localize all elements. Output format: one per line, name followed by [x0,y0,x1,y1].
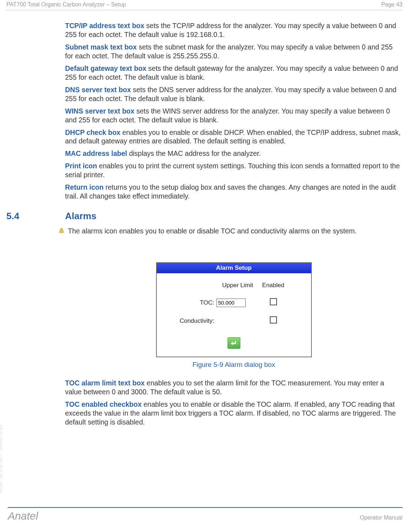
para-tcpip: TCP/IP address text box sets the TCP/IP … [65,21,402,39]
para-mac: MAC address label displays the MAC addre… [65,149,402,158]
dialog-title: Alarm Setup [157,263,311,273]
term-return: Return icon [65,183,103,191]
header-left: PAT700 Total Organic Carbon Analyzer – S… [6,1,126,8]
toc-enabled-checkbox[interactable] [270,298,277,305]
row-label-conductivity: Conductivity: [180,317,216,325]
para-return: Return icon returns you to the setup dia… [65,183,402,201]
section-intro: The alarms icon enables you to enable or… [58,227,402,237]
section-heading-row: 5.4 Alarms [6,211,402,222]
term-subnet: Subnet mask text box [65,43,137,51]
para-toc-limit: TOC alarm limit text box enables you to … [65,379,402,396]
toc-upper-limit-input[interactable] [217,299,246,307]
term-tcpip: TCP/IP address text box [65,22,144,30]
section-number: 5.4 [6,211,65,222]
col-header-upper-limit: Upper Limit [222,282,253,289]
para-dhcp: DHCP check box enables you to enable or … [65,128,402,146]
page-header: PAT700 Total Organic Carbon Analyzer – S… [6,1,402,8]
para-toc-enabled: TOC enabled checkbox enables you to enab… [65,400,402,427]
page: PAT700 Total Organic Carbon Analyzer – S… [0,0,411,532]
conductivity-enabled-checkbox[interactable] [270,316,277,323]
figure-wrap: Alarm Setup Upper Limit Enabled TOC: Con… [65,262,402,369]
row-label-toc: TOC: [200,299,216,306]
term-toc-limit: TOC alarm limit text box [65,379,145,387]
network-settings-block: TCP/IP address text box sets the TCP/IP … [65,21,402,201]
section-intro-text: The alarms icon enables you to enable or… [68,227,357,236]
header-rule [6,10,402,10]
term-print: Print icon [65,162,97,170]
footer-row: Anatel Operator Manual [8,510,402,522]
alarm-setup-dialog: Alarm Setup Upper Limit Enabled TOC: Con… [156,262,312,357]
dialog-grid: Upper Limit Enabled TOC: Conductivity: [163,282,305,325]
term-mac: MAC address label [65,149,127,157]
footer-doc-type: Operator Manual [360,515,402,521]
dialog-body: Upper Limit Enabled TOC: Conductivity: [157,273,311,357]
dialog-return-row [163,337,305,349]
footer-brand: Anatel [8,510,38,522]
para-subnet: Subnet mask text box sets the subnet mas… [65,43,402,60]
para-dns: DNS server text box sets the DNS server … [65,85,402,103]
term-wins: WINS server text box [65,107,134,115]
term-dhcp: DHCP check box [65,128,121,136]
term-toc-enabled: TOC enabled checkbox [65,400,142,408]
side-revision-text: WGM - 26 July 2007 - Edition 01-b4 [0,425,3,493]
section-title: Alarms [65,211,96,222]
footer-rule [8,507,402,508]
figure-caption: Figure 5-9 Alarm dialog box [65,361,402,369]
bell-icon [58,227,65,237]
header-right: Page 43 [381,1,402,8]
para-gateway: Default gateway text box sets the defaul… [65,64,402,82]
text-return: returns you to the setup dialog box and … [65,183,396,200]
term-gateway: Default gateway text box [65,64,146,72]
col-header-enabled: Enabled [262,282,284,289]
text-print: enables you to print the current system … [65,162,400,179]
term-dns: DNS server text box [65,86,131,94]
alarm-params-block: TOC alarm limit text box enables you to … [65,379,402,427]
para-wins: WINS server text box sets the WINS serve… [65,107,402,125]
para-print: Print icon enables you to print the curr… [65,162,402,179]
return-icon[interactable] [228,337,240,349]
content-area: TCP/IP address text box sets the TCP/IP … [6,21,402,500]
text-mac: displays the MAC address for the analyze… [127,149,261,157]
